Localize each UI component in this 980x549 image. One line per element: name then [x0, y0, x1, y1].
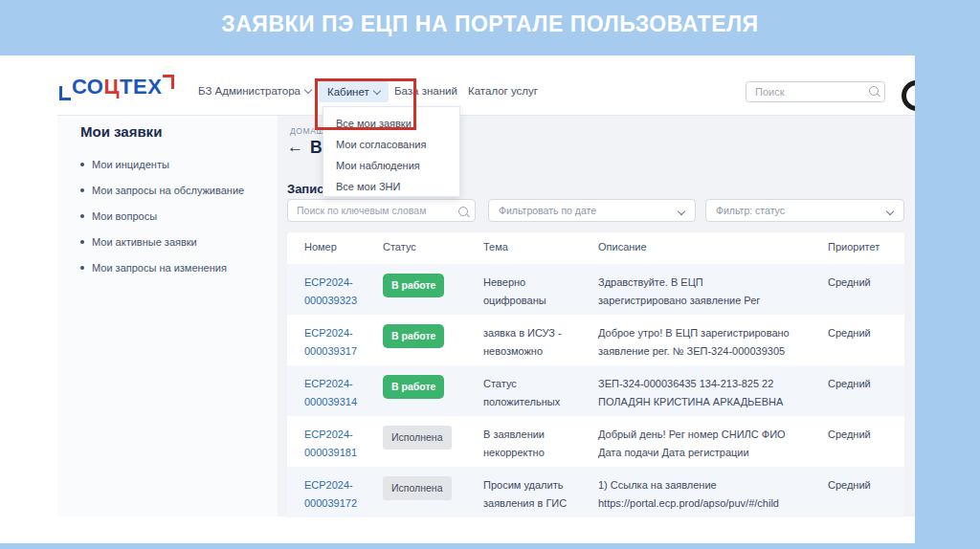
description-cell: 1) Ссылка на заявлениеhttps://portal.ecp… [598, 476, 779, 513]
status-badge: В работе [383, 375, 444, 399]
table-header: Номер Статус Тема Описание Приоритет [287, 232, 904, 264]
priority-cell: Средний [828, 375, 871, 393]
chevron-down-icon [304, 86, 312, 94]
table-row[interactable]: ECP2024-000039317 В работе заявка в ИСУЗ… [287, 315, 904, 365]
requests-table: Номер Статус Тема Описание Приоритет ECP… [287, 232, 904, 517]
subject-cell: В заявлениинекорректно [483, 426, 545, 462]
chevron-down-icon [678, 208, 685, 215]
sidebar-item-questions[interactable]: Мои вопросы [80, 210, 157, 222]
search-icon [869, 86, 879, 96]
portal-screenshot: СОЦТЕХ БЗ Администратора Кабинет База зн… [0, 55, 915, 543]
subject-cell: Просим удалитьзаявления в ГИС [483, 476, 567, 513]
sidebar-item-incidents[interactable]: Мои инциденты [80, 159, 169, 170]
global-search-input[interactable] [746, 81, 885, 102]
subject-cell: Невернооцифрованы [483, 274, 546, 310]
back-arrow-icon[interactable]: ← [287, 138, 303, 157]
status-badge: В работе [383, 324, 444, 348]
sidebar: Мои заявки Мои инциденты Мои запросы на … [57, 116, 278, 516]
table-row[interactable]: ECP2024-000039323 В работе Невернооцифро… [287, 264, 904, 315]
annotation-red-rectangle [315, 78, 416, 130]
table-row[interactable]: ECP2024-000039172 Исполнена Просим удали… [287, 467, 904, 517]
column-header-status: Статус [383, 241, 416, 253]
menu-item-my-approvals[interactable]: Мои согласования [323, 134, 459, 155]
request-number-link[interactable]: ECP2024-000039172 [304, 476, 357, 513]
subject-cell: заявка в ИСУЗ -невозможно [483, 324, 562, 361]
sidebar-item-change-requests[interactable]: Мои запросы на изменения [80, 262, 227, 274]
status-badge: Исполнена [383, 426, 452, 450]
user-avatar[interactable] [902, 80, 915, 111]
slide: ЗАЯВКИ ПЭ ЕЦП НА ПОРТАЛЕ ПОЛЬЗОВАТЕЛЯ СО… [0, 0, 980, 549]
priority-cell: Средний [828, 426, 871, 444]
logo-text: СОЦТЕХ [72, 75, 162, 99]
sidebar-item-service-requests[interactable]: Мои запросы на обслуживание [80, 185, 244, 196]
table-row[interactable]: ECP2024-000039181 Исполнена В заявлениин… [287, 416, 904, 467]
logo-corner-left-icon [59, 86, 71, 100]
priority-cell: Средний [828, 324, 871, 342]
description-cell: Здравствуйте. В ЕЦПзарегистрировано заяв… [598, 274, 760, 310]
status-badge: В работе [383, 274, 444, 297]
logo-corner-right-icon [163, 75, 174, 89]
request-number-link[interactable]: ECP2024-000039181 [304, 426, 357, 462]
priority-cell: Средний [828, 476, 871, 494]
column-header-subject: Тема [483, 241, 508, 253]
column-header-priority: Приоритет [828, 241, 880, 253]
search-icon [458, 207, 468, 216]
nav-service-catalog[interactable]: Каталог услуг [468, 85, 538, 97]
menu-item-my-observations[interactable]: Мои наблюдения [323, 155, 459, 176]
status-badge: Исполнена [383, 476, 452, 500]
records-label: Запис [287, 182, 323, 196]
column-header-number: Номер [304, 241, 337, 253]
keyword-search [287, 199, 476, 222]
status-filter-select[interactable]: Фильтр: статус [705, 199, 904, 222]
description-cell: ЗЕП-324-000036435 134-213-825 22ПОЛАДЯН … [598, 375, 783, 411]
table-row[interactable]: ECP2024-000039314 В работе Статусположит… [287, 365, 904, 416]
date-filter-select[interactable]: Фильтровать по дате [488, 199, 696, 222]
description-cell: Добрый день! Рег номер СНИЛС ФИОДата под… [598, 426, 786, 462]
subject-cell: Статусположительных [483, 375, 560, 411]
request-number-link[interactable]: ECP2024-000039317 [304, 324, 357, 361]
request-number-link[interactable]: ECP2024-000039314 [304, 375, 357, 411]
chevron-down-icon [886, 208, 894, 215]
slide-title: ЗАЯВКИ ПЭ ЕЦП НА ПОРТАЛЕ ПОЛЬЗОВАТЕЛЯ [0, 11, 980, 37]
request-number-link[interactable]: ECP2024-000039323 [304, 274, 357, 310]
soctech-logo[interactable]: СОЦТЕХ [59, 75, 174, 100]
sidebar-item-active-requests[interactable]: Мои активные заявки [80, 236, 197, 248]
sidebar-title: Мои заявки [80, 123, 162, 140]
description-cell: Доброе утро! В ЕЦП зарегистрированозаявл… [598, 324, 790, 361]
page-title: В [310, 138, 323, 158]
nav-admin-kb[interactable]: БЗ Администратора [198, 85, 311, 97]
column-header-description: Описание [598, 241, 647, 253]
menu-item-all-my-zni[interactable]: Все мои ЗНИ [323, 176, 459, 197]
keyword-search-input[interactable] [288, 200, 475, 221]
global-search [746, 81, 885, 102]
priority-cell: Средний [828, 274, 871, 292]
